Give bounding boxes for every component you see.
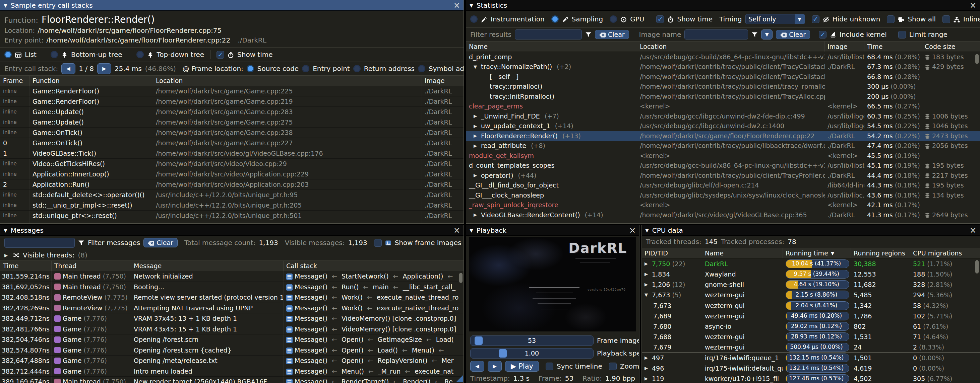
funnel-icon[interactable] xyxy=(751,31,758,38)
table-row[interactable]: 2Application::Run()/home/wolf/darkrl/src… xyxy=(0,179,463,190)
message-row[interactable]: 382,574,807nsGame(7,776)Opening /forest.… xyxy=(0,345,463,356)
sync-timeline-checkbox[interactable]: ✓ xyxy=(546,362,554,370)
collapse-arrow-icon[interactable]: ▼ xyxy=(474,64,479,69)
call-stack-icon[interactable] xyxy=(286,347,293,354)
statistics-row[interactable]: ▶VideoGLBase::RenderContent()(+14)/home/… xyxy=(466,210,980,220)
call-stack-cell[interactable]: Message()←Menu()←_M_run←execute_nat xyxy=(283,366,462,377)
collapse-icon[interactable]: ▼ xyxy=(469,228,473,233)
funnel-icon[interactable] xyxy=(78,239,84,246)
message-row[interactable]: 382,712,444nsGame(7,776)Intro menu loade… xyxy=(0,366,463,377)
play-button[interactable]: ▶Play xyxy=(505,361,539,372)
call-stack-icon[interactable] xyxy=(286,315,293,322)
gpu-radio[interactable] xyxy=(610,16,617,23)
column-header[interactable]: Thread xyxy=(52,261,131,271)
close-icon[interactable]: × xyxy=(970,2,976,9)
frame-image-slider[interactable]: 53 xyxy=(470,336,593,346)
table-row[interactable]: inlinestd::default_delete<>::operator()(… xyxy=(0,190,463,200)
limit-range-checkbox[interactable]: ✓ xyxy=(898,31,906,38)
column-header[interactable]: Message xyxy=(131,261,283,271)
expand-arrow-icon[interactable]: ▶ xyxy=(644,282,650,287)
cpu-row[interactable]: ▶1,834Xwayland9.57 s (39.44%)12,553188(1… xyxy=(642,269,980,279)
cpu-row[interactable]: ▶1,206(12)gnome-shell4.64 s (19.10%)11,6… xyxy=(642,279,980,290)
statistics-row[interactable]: ▶FloorRenderer::Render()(+13)/home/wolf/… xyxy=(466,131,980,141)
call-stack-icon[interactable] xyxy=(286,304,293,312)
column-header[interactable]: Frame xyxy=(0,76,30,86)
show-time-checkbox[interactable]: ✓ xyxy=(216,51,224,59)
expand-arrow-icon[interactable]: ▶ xyxy=(644,272,650,277)
entry-point-radio[interactable] xyxy=(302,65,309,72)
message-row[interactable]: 382,504,746nsGame(7,776)Opening /forest.… xyxy=(0,334,463,345)
table-row[interactable]: inlineGame::OnTick()/home/wolf/darkrl/sr… xyxy=(0,128,463,138)
message-row[interactable]: 382,428,269nsRemoteView(7,775)Attempting… xyxy=(0,303,463,314)
collapse-icon[interactable]: ▼ xyxy=(4,3,7,8)
cpu-row[interactable]: 7,679wezterm-gui500.94 µs (0.00%)242(8.3… xyxy=(642,342,980,353)
call-stack-icon[interactable] xyxy=(286,272,293,280)
call-stack-icon[interactable] xyxy=(286,378,293,383)
zoom-2x-checkbox[interactable]: ✓ xyxy=(609,362,617,370)
message-row[interactable]: 381,559,214nsMain thread(7,750)Network i… xyxy=(0,271,463,282)
clear-filter-button[interactable]: Clear xyxy=(595,30,629,39)
collapse-icon[interactable]: ▼ xyxy=(469,3,473,8)
statistics-row[interactable]: ▶operator()(+44)/home/wolf/darkrl/contri… xyxy=(466,170,980,180)
call-stack-cell[interactable]: Message()←Open()←GetImageSize←Load( xyxy=(283,334,462,345)
timing-dropdown[interactable]: Self only▼ xyxy=(745,14,805,24)
scrollbar-thumb[interactable] xyxy=(975,260,978,274)
instrumentation-radio[interactable] xyxy=(470,16,477,23)
statistics-row[interactable]: module_get_kallsym<kernel><kernel>45.5 m… xyxy=(466,151,980,161)
collapse-icon[interactable]: ▼ xyxy=(4,228,7,233)
column-header[interactable]: Name xyxy=(702,248,783,258)
close-icon[interactable]: × xyxy=(970,227,976,234)
image-name-input[interactable] xyxy=(684,30,748,40)
resize-grip[interactable] xyxy=(456,375,463,382)
statistics-row[interactable]: d_print_comp/usr/src/debug/gcc-build/x86… xyxy=(466,52,980,62)
cpu-row[interactable]: ▶496irq/175-iwlwifi:default_qu132.14 ms … xyxy=(642,363,980,373)
call-stack-icon[interactable] xyxy=(286,283,293,291)
cpu-row[interactable]: ▶7,750(22)DarkRL10.04 s (41.37%)30,38852… xyxy=(642,258,980,269)
column-header[interactable]: Location xyxy=(153,76,422,86)
column-header[interactable]: Image xyxy=(825,41,864,52)
hide-unknown-checkbox[interactable]: ✓ xyxy=(812,16,819,23)
statistics-row[interactable]: ▶read_attribute(+8)/home/wolf/darkrl/con… xyxy=(466,141,980,151)
call-stack-icon[interactable] xyxy=(286,325,293,333)
close-icon[interactable]: × xyxy=(453,2,460,9)
cpu-row[interactable]: 7,680async-io29.02 ms (0.12%)80261(7.61%… xyxy=(642,321,980,331)
table-row[interactable]: inlineGame::Update()/home/wolf/darkrl/sr… xyxy=(0,107,463,117)
column-header[interactable]: Code size xyxy=(922,41,980,52)
call-stack-icon[interactable] xyxy=(286,357,293,364)
collapse-arrow-icon[interactable]: ▼ xyxy=(644,292,650,297)
close-icon[interactable]: × xyxy=(629,227,636,234)
expand-arrow-icon[interactable]: ▶ xyxy=(644,355,650,360)
call-stack-cell[interactable]: Message()←StartNetwork()←Application()← xyxy=(283,271,462,282)
table-row[interactable]: 3main/home/wolf/darkrl/src/EntryPointPos… xyxy=(0,221,463,224)
statistics-row[interactable]: clear_page_erms<kernel><kernel>66.5 ms(0… xyxy=(466,101,980,111)
column-header[interactable]: Time xyxy=(0,261,52,271)
message-row[interactable]: 382,408,518nsRemoteView(7,775)Remote vie… xyxy=(0,292,463,303)
cpu-row[interactable]: ▶497irq/176-iwlwifi:queue_1132.15 ms (0.… xyxy=(642,353,980,363)
cpu-row[interactable]: 7,689wezterm-gui49.46 ms (0.20%)1,786102… xyxy=(642,311,980,321)
message-row[interactable]: 389,169,674nsMain thread(7,750)New rende… xyxy=(0,377,463,383)
filter-results-input[interactable] xyxy=(515,30,582,40)
message-row[interactable]: 382,449,712nsGame(7,776)VRAM 37x45: 13 +… xyxy=(0,313,463,324)
column-header[interactable]: Running time▼ xyxy=(783,248,851,258)
playback-speed-slider[interactable]: 1.00 xyxy=(470,348,593,359)
expand-arrow-icon[interactable]: ▶ xyxy=(644,376,650,381)
collapse-icon[interactable]: ▼ xyxy=(645,228,649,233)
column-header[interactable]: CPU migrations xyxy=(910,248,979,258)
show-time-checkbox[interactable]: ✓ xyxy=(656,16,664,23)
call-stack-icon[interactable] xyxy=(286,294,293,301)
column-header[interactable]: Location xyxy=(637,41,825,52)
expand-arrow-icon[interactable]: ▶ xyxy=(474,114,479,119)
cpu-row[interactable]: 7,673wezterm-gui2.04 s (8.41%)1,34258(4.… xyxy=(642,300,980,311)
next-stack-button[interactable]: ▶ xyxy=(97,63,111,74)
include-kernel-checkbox[interactable]: ✓ xyxy=(819,31,827,38)
call-stack-cell[interactable]: Message()←Work()←execute_native_thread_r… xyxy=(283,292,462,303)
call-stack-cell[interactable]: Message()←Open()←Load()←Menu()← xyxy=(283,345,462,356)
column-header[interactable]: Running regions xyxy=(851,248,910,258)
image-dropdown-button[interactable]: ▼ xyxy=(761,30,773,40)
sampling-radio[interactable] xyxy=(551,16,559,23)
cpu-row[interactable]: ▼7,673(5)wezterm-gui2.15 s (8.86%)5,4852… xyxy=(642,290,980,300)
call-stack-cell[interactable]: Message()←VideoMemory() [clone .constpro… xyxy=(283,313,462,324)
close-icon[interactable]: × xyxy=(453,227,460,234)
prev-frame-button[interactable]: ◀ xyxy=(470,361,484,372)
statistics-row[interactable]: ▶uw_update_context_1(+14)/usr/src/debug/… xyxy=(466,121,980,131)
